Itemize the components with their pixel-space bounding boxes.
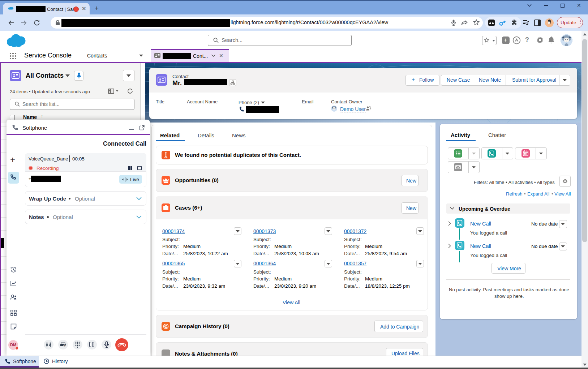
svg-text:i: i — [64, 345, 64, 347]
